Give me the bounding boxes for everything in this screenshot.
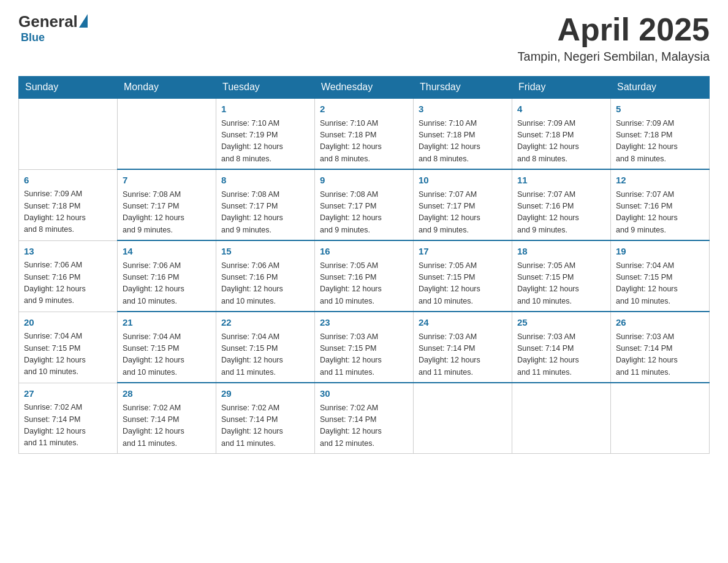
calendar-cell: 6Sunrise: 7:09 AMSunset: 7:18 PMDaylight… — [19, 169, 118, 240]
calendar-cell — [19, 98, 118, 169]
day-info: Sunrise: 7:09 AMSunset: 7:18 PMDaylight:… — [24, 188, 112, 236]
calendar-cell: 3Sunrise: 7:10 AMSunset: 7:18 PMDaylight… — [414, 98, 512, 169]
calendar-cell: 10Sunrise: 7:07 AMSunset: 7:17 PMDayligh… — [414, 169, 512, 240]
day-number: 5 — [616, 102, 704, 117]
calendar-cell — [118, 98, 216, 169]
day-info: Sunrise: 7:07 AMSunset: 7:16 PMDaylight:… — [616, 189, 704, 237]
day-number: 2 — [320, 102, 408, 117]
calendar-week-row: 27Sunrise: 7:02 AMSunset: 7:14 PMDayligh… — [19, 383, 710, 454]
day-info: Sunrise: 7:02 AMSunset: 7:14 PMDaylight:… — [123, 402, 211, 450]
day-info: Sunrise: 7:05 AMSunset: 7:16 PMDaylight:… — [320, 260, 408, 308]
day-info: Sunrise: 7:07 AMSunset: 7:17 PMDaylight:… — [419, 189, 507, 237]
day-number: 28 — [123, 387, 211, 401]
page-header: General Blue April 2025 Tampin, Negeri S… — [18, 12, 710, 64]
day-info: Sunrise: 7:10 AMSunset: 7:18 PMDaylight:… — [320, 118, 408, 166]
day-info: Sunrise: 7:08 AMSunset: 7:17 PMDaylight:… — [221, 189, 309, 237]
calendar-cell: 29Sunrise: 7:02 AMSunset: 7:14 PMDayligh… — [216, 383, 315, 454]
day-number: 14 — [123, 245, 211, 259]
day-number: 16 — [320, 245, 408, 259]
day-info: Sunrise: 7:03 AMSunset: 7:14 PMDaylight:… — [517, 331, 605, 379]
calendar-week-row: 13Sunrise: 7:06 AMSunset: 7:16 PMDayligh… — [19, 240, 710, 312]
calendar-cell: 28Sunrise: 7:02 AMSunset: 7:14 PMDayligh… — [118, 383, 216, 454]
calendar-cell: 17Sunrise: 7:05 AMSunset: 7:15 PMDayligh… — [414, 240, 512, 312]
calendar-cell: 21Sunrise: 7:04 AMSunset: 7:15 PMDayligh… — [118, 312, 216, 383]
calendar-cell: 13Sunrise: 7:06 AMSunset: 7:16 PMDayligh… — [19, 240, 118, 312]
day-number: 27 — [24, 387, 112, 401]
calendar-cell: 14Sunrise: 7:06 AMSunset: 7:16 PMDayligh… — [118, 240, 216, 312]
day-info: Sunrise: 7:09 AMSunset: 7:18 PMDaylight:… — [616, 118, 704, 166]
day-info: Sunrise: 7:08 AMSunset: 7:17 PMDaylight:… — [320, 189, 408, 237]
day-info: Sunrise: 7:06 AMSunset: 7:16 PMDaylight:… — [24, 259, 112, 307]
day-number: 23 — [320, 316, 408, 330]
calendar-cell: 7Sunrise: 7:08 AMSunset: 7:17 PMDaylight… — [118, 169, 216, 240]
calendar-cell: 18Sunrise: 7:05 AMSunset: 7:15 PMDayligh… — [512, 240, 611, 312]
day-number: 3 — [419, 102, 507, 117]
title-area: April 2025 Tampin, Negeri Sembilan, Mala… — [518, 12, 710, 64]
logo-general-text: General — [18, 12, 78, 31]
day-number: 12 — [616, 174, 704, 188]
day-info: Sunrise: 7:04 AMSunset: 7:15 PMDaylight:… — [24, 331, 112, 378]
calendar-cell: 2Sunrise: 7:10 AMSunset: 7:18 PMDaylight… — [315, 98, 414, 169]
day-number: 8 — [221, 174, 309, 188]
calendar-cell: 27Sunrise: 7:02 AMSunset: 7:14 PMDayligh… — [19, 383, 118, 454]
day-number: 26 — [616, 316, 704, 330]
day-number: 9 — [320, 174, 408, 188]
logo: General Blue — [18, 12, 88, 44]
calendar-cell: 4Sunrise: 7:09 AMSunset: 7:18 PMDaylight… — [512, 98, 611, 169]
calendar-cell: 30Sunrise: 7:02 AMSunset: 7:14 PMDayligh… — [315, 383, 414, 454]
day-number: 1 — [221, 102, 309, 117]
calendar-cell: 22Sunrise: 7:04 AMSunset: 7:15 PMDayligh… — [216, 312, 315, 383]
calendar-table: SundayMondayTuesdayWednesdayThursdayFrid… — [18, 76, 710, 454]
location-subtitle: Tampin, Negeri Sembilan, Malaysia — [518, 50, 710, 64]
calendar-cell: 20Sunrise: 7:04 AMSunset: 7:15 PMDayligh… — [19, 312, 118, 383]
calendar-cell — [611, 383, 710, 454]
day-number: 30 — [320, 387, 408, 401]
day-info: Sunrise: 7:10 AMSunset: 7:18 PMDaylight:… — [419, 118, 507, 166]
weekday-header: Saturday — [611, 77, 710, 99]
calendar-cell: 15Sunrise: 7:06 AMSunset: 7:16 PMDayligh… — [216, 240, 315, 312]
day-number: 24 — [419, 316, 507, 330]
day-info: Sunrise: 7:08 AMSunset: 7:17 PMDaylight:… — [123, 189, 211, 237]
month-year-title: April 2025 — [518, 12, 710, 47]
day-info: Sunrise: 7:06 AMSunset: 7:16 PMDaylight:… — [221, 260, 309, 308]
calendar-cell: 16Sunrise: 7:05 AMSunset: 7:16 PMDayligh… — [315, 240, 414, 312]
calendar-cell: 19Sunrise: 7:04 AMSunset: 7:15 PMDayligh… — [611, 240, 710, 312]
logo-triangle-icon — [79, 14, 88, 28]
day-number: 17 — [419, 245, 507, 259]
calendar-cell: 5Sunrise: 7:09 AMSunset: 7:18 PMDaylight… — [611, 98, 710, 169]
calendar-cell: 11Sunrise: 7:07 AMSunset: 7:16 PMDayligh… — [512, 169, 611, 240]
day-info: Sunrise: 7:03 AMSunset: 7:15 PMDaylight:… — [320, 331, 408, 379]
calendar-cell: 24Sunrise: 7:03 AMSunset: 7:14 PMDayligh… — [414, 312, 512, 383]
day-number: 25 — [517, 316, 605, 330]
weekday-header: Friday — [512, 77, 611, 99]
day-info: Sunrise: 7:02 AMSunset: 7:14 PMDaylight:… — [24, 402, 112, 450]
calendar-cell — [512, 383, 611, 454]
calendar-header-row: SundayMondayTuesdayWednesdayThursdayFrid… — [19, 77, 710, 99]
calendar-cell: 25Sunrise: 7:03 AMSunset: 7:14 PMDayligh… — [512, 312, 611, 383]
calendar-week-row: 20Sunrise: 7:04 AMSunset: 7:15 PMDayligh… — [19, 312, 710, 383]
day-number: 22 — [221, 316, 309, 330]
calendar-cell — [414, 383, 512, 454]
day-number: 18 — [517, 245, 605, 259]
day-number: 13 — [24, 245, 112, 259]
day-info: Sunrise: 7:04 AMSunset: 7:15 PMDaylight:… — [616, 260, 704, 308]
calendar-cell: 1Sunrise: 7:10 AMSunset: 7:19 PMDaylight… — [216, 98, 315, 169]
calendar-cell: 12Sunrise: 7:07 AMSunset: 7:16 PMDayligh… — [611, 169, 710, 240]
day-number: 10 — [419, 174, 507, 188]
calendar-cell: 26Sunrise: 7:03 AMSunset: 7:14 PMDayligh… — [611, 312, 710, 383]
day-info: Sunrise: 7:04 AMSunset: 7:15 PMDaylight:… — [123, 331, 211, 379]
day-info: Sunrise: 7:03 AMSunset: 7:14 PMDaylight:… — [419, 331, 507, 379]
day-info: Sunrise: 7:03 AMSunset: 7:14 PMDaylight:… — [616, 331, 704, 379]
calendar-cell: 8Sunrise: 7:08 AMSunset: 7:17 PMDaylight… — [216, 169, 315, 240]
calendar-cell: 23Sunrise: 7:03 AMSunset: 7:15 PMDayligh… — [315, 312, 414, 383]
weekday-header: Monday — [118, 77, 216, 99]
day-number: 19 — [616, 245, 704, 259]
day-info: Sunrise: 7:07 AMSunset: 7:16 PMDaylight:… — [517, 189, 605, 237]
day-info: Sunrise: 7:02 AMSunset: 7:14 PMDaylight:… — [221, 402, 309, 450]
day-info: Sunrise: 7:09 AMSunset: 7:18 PMDaylight:… — [517, 118, 605, 166]
day-info: Sunrise: 7:04 AMSunset: 7:15 PMDaylight:… — [221, 331, 309, 379]
day-number: 20 — [24, 316, 112, 330]
weekday-header: Tuesday — [216, 77, 315, 99]
day-info: Sunrise: 7:05 AMSunset: 7:15 PMDaylight:… — [517, 260, 605, 308]
calendar-cell: 9Sunrise: 7:08 AMSunset: 7:17 PMDaylight… — [315, 169, 414, 240]
